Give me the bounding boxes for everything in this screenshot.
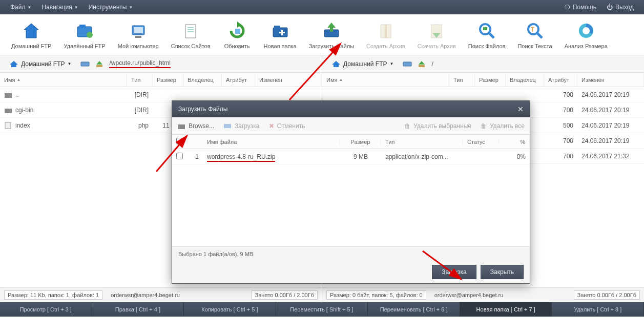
- tab-newfolder[interactable]: Новая папка [ Ctrl + 7 ]: [460, 302, 552, 317]
- toolbar: Домашний FTP Удалённый FTP Мой компьютер…: [0, 14, 644, 55]
- left-statusbar: Размер: 11 Kb, папок: 1, файлов: 1 order…: [0, 287, 322, 302]
- file-icon: [4, 122, 12, 129]
- col-name[interactable]: Имя▲: [0, 73, 127, 87]
- svg-text:T: T: [531, 26, 535, 33]
- drive-icon[interactable]: [80, 60, 90, 68]
- right-location-button[interactable]: Домашний FTP▼: [327, 59, 398, 69]
- cancel-button[interactable]: ✖Отменить: [269, 122, 305, 130]
- svg-rect-26: [483, 27, 487, 30]
- col-status[interactable]: Статус: [463, 139, 499, 145]
- toolbar-site-list[interactable]: Список Сайтов: [165, 18, 217, 51]
- menu-navigation[interactable]: Навигация▼: [36, 2, 83, 13]
- dialog-close-button[interactable]: Закрыть: [481, 265, 524, 279]
- svg-rect-16: [279, 32, 285, 33]
- drive-icon[interactable]: [403, 60, 412, 68]
- col-attr[interactable]: Атрибут: [222, 73, 255, 87]
- col-type[interactable]: Тип: [449, 73, 475, 87]
- left-location-button[interactable]: Домашний FTP▼: [5, 59, 75, 69]
- menu-help[interactable]: ❍Помощь: [559, 2, 601, 13]
- toolbar-download-archive[interactable]: Скачать Архив: [411, 18, 462, 51]
- toolbar-refresh[interactable]: Обновить: [217, 18, 258, 51]
- dialog-body: 1 wordpress-4.8-ru_RU.zip 9 MB applicati…: [172, 149, 530, 246]
- col-name[interactable]: Имя▲: [322, 73, 449, 87]
- bottombar: Просмотр [ Ctrl + 3 ] Правка [ Ctrl + 4 …: [0, 302, 644, 317]
- up-icon[interactable]: [417, 60, 426, 68]
- home-icon: [21, 20, 41, 41]
- svg-line-25: [489, 33, 494, 38]
- dialog-toolbar: Browse... Загрузка ✖Отменить 🗑Удалить вы…: [172, 117, 530, 135]
- tab-view[interactable]: Просмотр [ Ctrl + 3 ]: [0, 302, 92, 317]
- tab-rename[interactable]: Переименовать [ Ctrl + 6 ]: [368, 302, 460, 317]
- right-statusbar: Размер: 0 байт, папок: 5, файлов: 0 orde…: [322, 287, 644, 302]
- tab-edit[interactable]: Правка [ Ctrl + 4 ]: [92, 302, 184, 317]
- col-filesize[interactable]: Размер: [340, 139, 381, 145]
- right-path[interactable]: /: [431, 60, 433, 68]
- left-path[interactable]: /wpcute.ru/public_html: [109, 59, 170, 68]
- toolbar-search-files[interactable]: Поиск Файлов: [462, 18, 512, 51]
- tab-move[interactable]: Переместить [ Shift + 5 ]: [276, 302, 368, 317]
- right-user: orderwsr@amper4.beget.ru: [431, 291, 507, 299]
- col-mod[interactable]: Изменён: [255, 73, 322, 87]
- svg-point-31: [583, 27, 590, 34]
- upload-button[interactable]: Загрузка: [223, 122, 260, 130]
- svg-rect-21: [385, 25, 387, 38]
- dialog-titlebar: Загрузить Файлы ✕: [172, 101, 530, 117]
- browse-button[interactable]: Browse...: [177, 122, 214, 130]
- col-attr[interactable]: Атрибут: [544, 73, 577, 87]
- col-filename[interactable]: Имя файла: [203, 139, 340, 145]
- col-owner[interactable]: Владелец: [506, 73, 544, 87]
- svg-rect-33: [81, 62, 89, 66]
- select-all-checkbox[interactable]: [176, 138, 183, 144]
- toolbar-create-archive[interactable]: Создать Архив: [360, 18, 411, 51]
- trash-icon: 🗑: [481, 122, 487, 130]
- close-icon[interactable]: ✕: [517, 105, 524, 113]
- dialog-upload-button[interactable]: Загрузка: [432, 265, 476, 279]
- tab-copy[interactable]: Копировать [ Ctrl + 5 ]: [184, 302, 276, 317]
- dialog-headers: Имя файла Размер Тип Статус %: [172, 135, 530, 149]
- col-size[interactable]: Размер: [475, 73, 506, 87]
- left-location-bar: Домашний FTP▼ /wpcute.ru/public_html: [0, 55, 322, 73]
- col-mod[interactable]: Изменён: [577, 73, 644, 87]
- toolbar-search-text[interactable]: TПоиск Текста: [511, 18, 558, 51]
- delete-selected-button[interactable]: 🗑Удалить выбранные: [404, 122, 471, 130]
- left-summary: Размер: 11 Kb, папок: 1, файлов: 1: [4, 290, 102, 300]
- up-icon[interactable]: [95, 60, 104, 68]
- right-location-bar: Домашний FTP▼ /: [322, 55, 644, 73]
- right-summary: Размер: 0 байт, папок: 5, файлов: 0: [326, 290, 426, 300]
- toolbar-home-ftp[interactable]: Домашний FTP: [5, 18, 57, 51]
- delete-all-button[interactable]: 🗑Удалить все: [481, 122, 525, 130]
- col-owner[interactable]: Владелец: [183, 73, 222, 87]
- sort-asc-icon: ▲: [339, 77, 343, 82]
- searchtext-icon: T: [525, 20, 545, 41]
- left-user: orderwsr@amper4.beget.ru: [108, 291, 183, 299]
- sitelist-icon: [180, 20, 201, 41]
- menu-tools[interactable]: Инструменты▼: [84, 2, 138, 13]
- home-icon-small: [9, 60, 18, 68]
- col-type[interactable]: Тип: [127, 73, 153, 87]
- col-size[interactable]: Размер: [153, 73, 183, 87]
- svg-marker-34: [96, 61, 102, 65]
- right-headers: Имя▲ Тип Размер Владелец Атрибут Изменён: [322, 73, 644, 87]
- row-checkbox[interactable]: [176, 153, 183, 159]
- col-percent[interactable]: %: [499, 139, 530, 145]
- upload-row[interactable]: 1 wordpress-4.8-ru_RU.zip 9 MB applicati…: [172, 149, 530, 164]
- cancel-icon: ✖: [269, 122, 274, 130]
- svg-rect-7: [185, 25, 196, 38]
- svg-rect-6: [135, 36, 141, 38]
- menu-file[interactable]: Файл▼: [5, 2, 36, 13]
- svg-rect-38: [5, 122, 11, 129]
- svg-rect-35: [96, 65, 102, 67]
- tab-delete[interactable]: Удалить [ Ctrl + 8 ]: [552, 302, 644, 317]
- toolbar-size-analysis[interactable]: Анализ Размера: [558, 18, 614, 51]
- col-filetype[interactable]: Тип: [381, 139, 463, 145]
- right-space: Занято 0.00Гб / 2.00Гб: [574, 290, 640, 300]
- refresh-icon: [227, 20, 247, 41]
- svg-rect-19: [330, 27, 333, 32]
- toolbar-remote-ftp[interactable]: Удалённый FTP: [57, 18, 111, 51]
- toolbar-my-computer[interactable]: Мой компьютер: [112, 18, 165, 51]
- toolbar-upload-files[interactable]: Загрузить Файлы: [303, 18, 360, 51]
- menu-exit[interactable]: ⏻Выход: [601, 2, 639, 13]
- svg-line-28: [537, 33, 542, 38]
- toolbar-new-folder[interactable]: Новая папка: [258, 18, 303, 51]
- col-checkbox[interactable]: [172, 138, 188, 145]
